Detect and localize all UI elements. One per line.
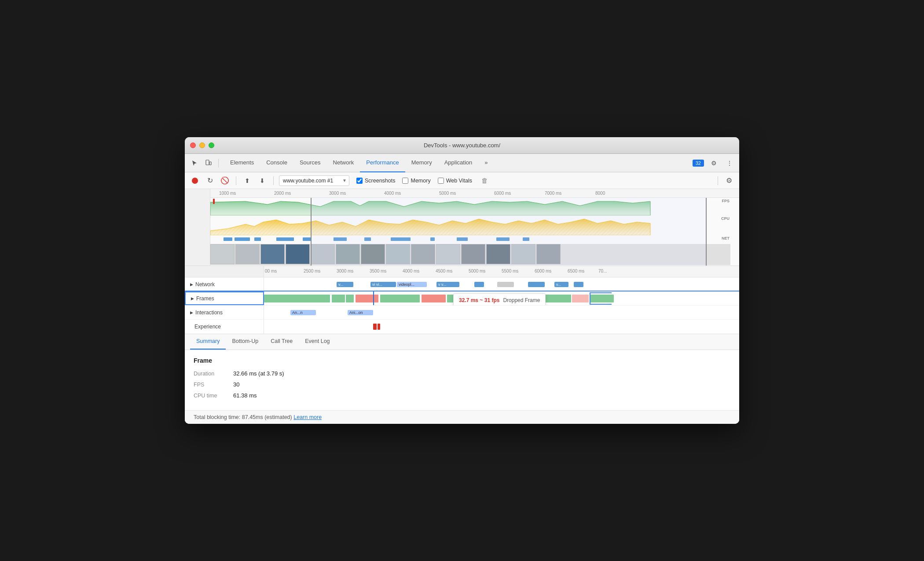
summary-tab-summary[interactable]: Summary bbox=[190, 334, 226, 350]
ruler-ticks-area: 00 ms 2500 ms 3000 ms 3500 ms 4000 ms 45… bbox=[264, 266, 739, 277]
clear-button[interactable]: 🚫 bbox=[219, 175, 231, 186]
record-button[interactable] bbox=[189, 175, 201, 186]
experience-item bbox=[373, 324, 377, 330]
learn-more-link[interactable]: Learn more bbox=[293, 414, 322, 420]
screenshots-checkbox-label[interactable]: Screenshots bbox=[356, 178, 395, 184]
close-button[interactable] bbox=[190, 142, 196, 148]
capture-settings-button[interactable]: ⚙ bbox=[723, 175, 735, 186]
experience-track-label[interactable]: Experience bbox=[185, 320, 264, 334]
ruler-tick: 6000 ms bbox=[494, 191, 511, 196]
summary-content: Frame Duration 32.66 ms (at 3.79 s) FPS … bbox=[185, 350, 739, 410]
device-mode-icon[interactable] bbox=[202, 157, 215, 169]
frames-track-content: 32.7 ms ~ 31 fps Dropped Frame bbox=[264, 291, 739, 305]
url-select[interactable]: www.youtube.com #1 bbox=[279, 175, 349, 186]
cpu-time-value: 61.38 ms bbox=[233, 392, 257, 399]
tab-performance[interactable]: Performance bbox=[360, 154, 405, 172]
screenshot-thumb bbox=[235, 244, 260, 264]
tab-sources[interactable]: Sources bbox=[293, 154, 327, 172]
issues-badge[interactable]: 32 bbox=[693, 160, 704, 167]
cursor-line bbox=[373, 291, 374, 305]
url-select-wrapper: www.youtube.com #1 ▼ bbox=[279, 175, 349, 186]
ruler-tick: 6000 ms bbox=[535, 269, 551, 273]
ruler-tick: 70... bbox=[598, 269, 607, 273]
toolbar-divider-2 bbox=[273, 176, 274, 185]
track-experience: Experience bbox=[185, 320, 739, 334]
ruler-tick: 4000 ms bbox=[384, 191, 401, 196]
more-options-icon[interactable]: ⋮ bbox=[723, 157, 736, 169]
duration-label: Duration bbox=[194, 371, 233, 377]
devtools-icon-group bbox=[188, 157, 220, 169]
duration-value: 32.66 ms (at 3.79 s) bbox=[233, 370, 284, 377]
summary-panel: Summary Bottom-Up Call Tree Event Log Fr… bbox=[185, 334, 739, 424]
memory-checkbox[interactable] bbox=[402, 178, 408, 184]
reload-button[interactable]: ↻ bbox=[204, 175, 216, 186]
screenshots-checkbox[interactable] bbox=[356, 178, 363, 184]
cpu-row: CPU time 61.38 ms bbox=[194, 392, 730, 399]
delete-recording-button[interactable]: 🗑 bbox=[479, 175, 491, 186]
net-label: NET bbox=[722, 236, 730, 240]
ruler-tick: 5000 ms bbox=[439, 191, 456, 196]
blocking-time-text: Total blocking time: 87.45ms (estimated) bbox=[194, 414, 292, 420]
tooltip-fps-text: 32.7 ms ~ 31 fps bbox=[459, 297, 499, 303]
tab-application[interactable]: Application bbox=[438, 154, 479, 172]
network-track-label[interactable]: ▶ Network bbox=[185, 277, 264, 291]
summary-tab-call-tree[interactable]: Call Tree bbox=[264, 334, 299, 350]
toolbar-divider-3 bbox=[718, 176, 718, 185]
maximize-button[interactable] bbox=[209, 142, 214, 148]
interactions-track-label[interactable]: ▶ Interactions bbox=[185, 306, 264, 319]
tab-elements[interactable]: Elements bbox=[224, 154, 260, 172]
minimize-button[interactable] bbox=[199, 142, 205, 148]
marker-indicator bbox=[213, 199, 215, 204]
network-item: v... bbox=[554, 282, 568, 287]
svg-rect-0 bbox=[206, 160, 209, 165]
frame-green bbox=[264, 295, 330, 302]
tab-memory[interactable]: Memory bbox=[405, 154, 438, 172]
ruler-tick: 2000 ms bbox=[274, 191, 291, 196]
network-track-content: v... vi vi... videopl... v v... v... bbox=[264, 277, 739, 291]
web-vitals-checkbox[interactable] bbox=[438, 178, 444, 184]
experience-item bbox=[378, 324, 380, 330]
download-button[interactable]: ⬇ bbox=[257, 175, 268, 186]
memory-checkbox-label[interactable]: Memory bbox=[402, 178, 430, 184]
frame-red bbox=[572, 295, 589, 302]
track-interactions: ▶ Interactions An...n Ani...on bbox=[185, 306, 739, 320]
summary-tab-event-log[interactable]: Event Log bbox=[299, 334, 336, 350]
network-item bbox=[528, 282, 545, 287]
cpu-label: CPU bbox=[721, 216, 730, 221]
tab-more[interactable]: » bbox=[478, 154, 494, 172]
ruler-tick: 7000 ms bbox=[545, 191, 561, 196]
svg-rect-3 bbox=[224, 237, 232, 241]
tab-console[interactable]: Console bbox=[260, 154, 293, 172]
expand-icon: ▶ bbox=[190, 310, 193, 315]
ruler-tick: 00 ms bbox=[265, 269, 277, 273]
window-title: DevTools - www.youtube.com/ bbox=[424, 142, 500, 149]
frame-red bbox=[422, 295, 446, 302]
screenshot-thumb bbox=[210, 244, 235, 264]
settings-icon[interactable]: ⚙ bbox=[708, 157, 720, 169]
devtools-window: DevTools - www.youtube.com/ Elements Con… bbox=[185, 137, 739, 424]
overview-labels bbox=[185, 189, 210, 266]
ruler-tick: 8000 bbox=[595, 191, 605, 196]
track-network: ▶ Network v... vi vi... videopl... v v..… bbox=[185, 277, 739, 291]
svg-rect-5 bbox=[254, 237, 261, 241]
summary-footer: Total blocking time: 87.45ms (estimated)… bbox=[185, 410, 739, 424]
fps-label: FPS bbox=[194, 382, 233, 388]
overview-ruler: 1000 ms 2000 ms 3000 ms 4000 ms 5000 ms … bbox=[210, 189, 739, 198]
svg-rect-4 bbox=[235, 237, 250, 241]
cursor-icon[interactable] bbox=[188, 157, 201, 169]
summary-tab-bottom-up[interactable]: Bottom-Up bbox=[226, 334, 264, 350]
tooltip-label: Dropped Frame bbox=[503, 297, 540, 303]
frames-track-label[interactable]: ▶ Frames bbox=[185, 291, 264, 305]
network-item bbox=[574, 282, 583, 287]
tab-network[interactable]: Network bbox=[327, 154, 360, 172]
track-frames: ▶ Frames bbox=[185, 291, 739, 306]
web-vitals-checkbox-label[interactable]: Web Vitals bbox=[438, 178, 472, 184]
ruler-tick: 4000 ms bbox=[403, 269, 419, 273]
upload-button[interactable]: ⬆ bbox=[242, 175, 253, 186]
ruler-tick: 1000 ms bbox=[219, 191, 236, 196]
ruler-tick: 5500 ms bbox=[502, 269, 518, 273]
svg-rect-6 bbox=[276, 237, 294, 241]
performance-toolbar: ↻ 🚫 ⬆ ⬇ www.youtube.com #1 ▼ Screenshots… bbox=[185, 172, 739, 189]
ruler-label-area bbox=[185, 266, 264, 277]
toolbar-divider-1 bbox=[236, 176, 236, 185]
